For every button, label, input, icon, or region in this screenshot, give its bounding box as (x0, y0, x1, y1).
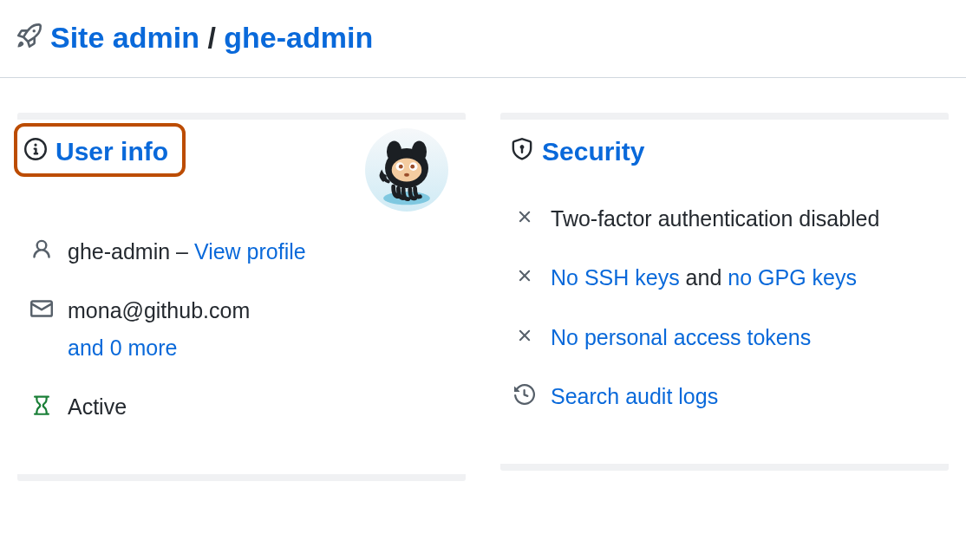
user-info-title-link[interactable]: User info (55, 137, 168, 166)
breadcrumb-user-link[interactable]: ghe-admin (224, 21, 373, 54)
keys-connector: and (680, 265, 728, 290)
svg-point-2 (387, 140, 401, 162)
breadcrumb: Site admin / ghe-admin (50, 21, 373, 55)
username-separator: – (170, 239, 194, 264)
x-icon (512, 264, 537, 288)
svg-point-3 (412, 140, 427, 162)
security-panel: Security Two-factor authentication disab… (500, 113, 949, 481)
panel-divider-top (500, 113, 949, 120)
no-ssh-keys-link[interactable]: No SSH keys (551, 265, 680, 290)
twofa-text: Two-factor authentication disabled (551, 206, 879, 231)
security-title-link[interactable]: Security (542, 137, 644, 166)
x-icon (512, 205, 537, 229)
x-icon (512, 323, 537, 348)
security-twofa-row: Two-factor authentication disabled (512, 189, 938, 248)
user-info-username-row: ghe-admin – View profile (29, 222, 455, 281)
panel-divider-bottom (500, 464, 949, 471)
user-info-panel: User info (17, 113, 466, 481)
svg-point-9 (404, 173, 409, 177)
user-info-email-row: mona@github.com and 0 more (29, 281, 455, 377)
no-tokens-link[interactable]: No personal access tokens (551, 325, 811, 349)
no-gpg-keys-link[interactable]: no GPG keys (728, 265, 857, 290)
breadcrumb-separator: / (199, 21, 224, 54)
user-info-header: User info (14, 123, 186, 177)
email-text: mona@github.com (68, 298, 250, 322)
security-audit-row: Search audit logs (512, 367, 938, 426)
email-more-link[interactable]: and 0 more (68, 332, 455, 363)
view-profile-link[interactable]: View profile (194, 239, 306, 264)
svg-point-7 (399, 165, 403, 169)
svg-point-4 (392, 159, 422, 182)
security-keys-row: No SSH keys and no GPG keys (512, 248, 938, 307)
history-icon (512, 382, 537, 407)
breadcrumb-site-admin-link[interactable]: Site admin (50, 21, 199, 54)
mail-icon (29, 296, 54, 321)
audit-logs-link[interactable]: Search audit logs (551, 384, 718, 408)
shield-lock-icon (511, 138, 533, 166)
username-text: ghe-admin (68, 239, 170, 264)
user-info-status-row: Active (29, 377, 455, 436)
avatar[interactable] (365, 128, 448, 212)
svg-point-8 (410, 165, 414, 169)
rocket-icon (17, 23, 42, 53)
breadcrumb-header: Site admin / ghe-admin (0, 0, 966, 78)
security-tokens-row: No personal access tokens (512, 308, 938, 367)
panel-divider-bottom (17, 474, 466, 481)
panel-divider-top (17, 113, 466, 120)
main-content: User info (0, 78, 966, 481)
security-header: Security (500, 120, 949, 179)
info-icon (24, 138, 47, 166)
status-text: Active (68, 394, 127, 419)
hourglass-icon (29, 393, 54, 417)
person-icon (29, 238, 54, 262)
